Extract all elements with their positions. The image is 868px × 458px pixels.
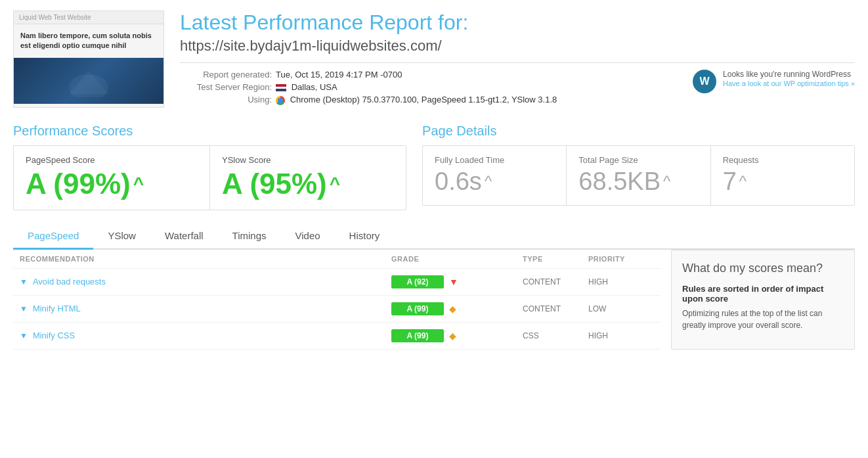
- col-type: TYPE: [523, 255, 588, 263]
- row-type-2: CONTENT: [523, 304, 588, 313]
- yslow-label: YSlow Score: [222, 155, 394, 165]
- table-row: ▼ Minify HTML A (99) ◆ CONTENT LOW: [13, 296, 661, 323]
- tab-pagespeed[interactable]: PageSpeed: [13, 223, 93, 250]
- col-grade: GRADE: [391, 255, 523, 263]
- tab-yslow[interactable]: YSlow: [93, 223, 150, 250]
- row-type-1: CONTENT: [523, 277, 588, 286]
- meta-using: Using: Chrome (Desktop) 75.0.3770.100, P…: [180, 95, 557, 105]
- meta-using-value: Chrome (Desktop) 75.0.3770.100, PageSpee…: [276, 95, 557, 105]
- recommendations-table: RECOMMENDATION GRADE TYPE PRIORITY ▼ Avo…: [13, 250, 661, 350]
- wp-logo: W: [693, 70, 716, 93]
- meta-generated-value: Tue, Oct 15, 2019 4:17 PM -0700: [276, 70, 402, 80]
- requests-label: Requests: [723, 155, 842, 165]
- performance-scores-panel: Performance Scores PageSpeed Score A (99…: [13, 124, 406, 210]
- tab-waterfall[interactable]: Waterfall: [150, 223, 218, 250]
- expand-icon-3: ▼: [20, 331, 28, 340]
- expand-icon: ▼: [20, 277, 28, 286]
- report-url: https://site.bydajv1m-liquidwebsites.com…: [180, 37, 855, 55]
- col-priority: PRIORITY: [588, 255, 654, 263]
- trend-down-icon-1: ▼: [449, 277, 458, 287]
- chrome-icon: [276, 96, 285, 105]
- grade-bar-3: A (99): [391, 329, 444, 342]
- pagespeed-value: A (99%) ^: [26, 168, 198, 200]
- row-minify-html[interactable]: ▼ Minify HTML: [20, 304, 391, 313]
- page-details-title: Page Details: [422, 124, 855, 139]
- requests-arrow: ^: [739, 172, 747, 191]
- side-panel: What do my scores mean? Rules are sorted…: [671, 250, 855, 350]
- screenshot-url-bar: Liquid Web Test Website: [14, 11, 163, 24]
- table-row: ▼ Avoid bad requests A (92) ▼ CONTENT HI…: [13, 269, 661, 296]
- table-row: ▼ Minify CSS A (99) ◆ CSS HIGH: [13, 323, 661, 350]
- tabs-bar: PageSpeed YSlow Waterfall Timings Video …: [13, 223, 855, 250]
- wp-link[interactable]: Have a look at our WP optimization tips …: [723, 80, 855, 87]
- side-panel-bold: Rules are sorted in order of impact upon…: [682, 284, 844, 304]
- wp-notice: W Looks like you're running WordPress Ha…: [693, 70, 855, 93]
- row-priority-1: HIGH: [588, 277, 654, 286]
- pagespeed-label: PageSpeed Score: [26, 155, 198, 165]
- yslow-arrow: ^: [330, 173, 340, 195]
- row-priority-2: LOW: [588, 304, 654, 313]
- trend-diamond-icon-2: ◆: [449, 304, 456, 314]
- fully-loaded-arrow: ^: [485, 172, 492, 191]
- pagespeed-arrow: ^: [133, 173, 144, 195]
- grade-bar-2: A (99): [391, 302, 444, 315]
- tab-video[interactable]: Video: [281, 223, 335, 250]
- total-size-arrow: ^: [663, 172, 670, 191]
- meta-info: Report generated: Tue, Oct 15, 2019 4:17…: [180, 70, 557, 108]
- meta-server: Test Server Region: Dallas, USA: [180, 82, 557, 92]
- fully-loaded-value: 0.6s ^: [435, 168, 554, 196]
- header-divider: [180, 62, 855, 63]
- grade-col-2: A (99) ◆: [391, 302, 523, 315]
- side-panel-title: What do my scores mean?: [682, 261, 844, 276]
- scores-box: PageSpeed Score A (99%) ^ YSlow Score A …: [13, 145, 406, 210]
- grade-bar-1: A (92): [391, 275, 444, 288]
- details-box: Fully Loaded Time 0.6s ^ Total Page Size…: [422, 145, 855, 206]
- tab-history[interactable]: History: [335, 223, 395, 250]
- row-minify-css[interactable]: ▼ Minify CSS: [20, 331, 391, 340]
- screenshot-text: Nam libero tempore, cum soluta nobis est…: [20, 31, 157, 51]
- screenshot-text-area: Nam libero tempore, cum soluta nobis est…: [14, 24, 163, 58]
- total-size-value: 68.5KB ^: [578, 168, 698, 196]
- fully-loaded-cell: Fully Loaded Time 0.6s ^: [423, 146, 567, 205]
- screenshot-site-label: Liquid Web Test Website: [19, 14, 91, 21]
- screenshot-image: [14, 58, 163, 104]
- row-type-3: CSS: [523, 331, 588, 340]
- total-size-cell: Total Page Size 68.5KB ^: [567, 146, 710, 205]
- row-priority-3: HIGH: [588, 331, 654, 340]
- scores-section: Performance Scores PageSpeed Score A (99…: [13, 124, 855, 210]
- meta-generated: Report generated: Tue, Oct 15, 2019 4:17…: [180, 70, 557, 80]
- grade-col-3: A (99) ◆: [391, 329, 523, 342]
- col-recommendation: RECOMMENDATION: [20, 255, 391, 263]
- table-header: RECOMMENDATION GRADE TYPE PRIORITY: [13, 250, 661, 269]
- tab-timings[interactable]: Timings: [218, 223, 281, 250]
- flag-icon: [276, 84, 286, 91]
- row-avoid-bad-requests[interactable]: ▼ Avoid bad requests: [20, 277, 391, 286]
- header-info: Latest Performance Report for: https://s…: [180, 11, 855, 108]
- wp-notice-text: Looks like you're running WordPress: [723, 70, 855, 79]
- page-details-panel: Page Details Fully Loaded Time 0.6s ^ To…: [422, 124, 855, 210]
- table-section: RECOMMENDATION GRADE TYPE PRIORITY ▼ Avo…: [13, 250, 855, 350]
- pagespeed-score-cell: PageSpeed Score A (99%) ^: [14, 146, 210, 210]
- yslow-score-cell: YSlow Score A (95%) ^: [210, 146, 406, 210]
- performance-scores-title: Performance Scores: [13, 124, 406, 139]
- total-size-label: Total Page Size: [578, 155, 698, 165]
- meta-using-label: Using:: [180, 95, 272, 105]
- trend-diamond-icon-3: ◆: [449, 331, 456, 341]
- meta-generated-label: Report generated:: [180, 70, 272, 80]
- wp-text: Looks like you're running WordPress Have…: [723, 70, 855, 88]
- requests-cell: Requests 7 ^: [711, 146, 854, 205]
- side-panel-text: Optimizing rules at the top of the list …: [682, 308, 844, 331]
- meta-server-value: Dallas, USA: [276, 82, 337, 92]
- yslow-value: A (95%) ^: [222, 168, 394, 200]
- requests-value: 7 ^: [723, 168, 842, 196]
- report-title: Latest Performance Report for:: [180, 11, 855, 35]
- fully-loaded-label: Fully Loaded Time: [435, 155, 554, 165]
- expand-icon-2: ▼: [20, 304, 28, 313]
- screenshot-preview: Liquid Web Test Website Nam libero tempo…: [13, 11, 164, 108]
- grade-col-1: A (92) ▼: [391, 275, 523, 288]
- meta-server-label: Test Server Region:: [180, 82, 272, 92]
- meta-grid: Report generated: Tue, Oct 15, 2019 4:17…: [180, 70, 855, 108]
